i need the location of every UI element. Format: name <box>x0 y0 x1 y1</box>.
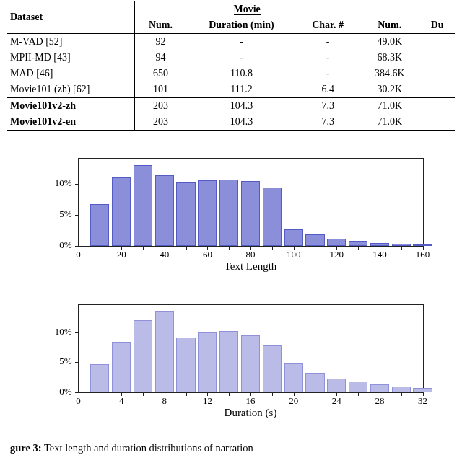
x-tick-label: 28 <box>375 395 384 407</box>
histogram-bar <box>263 345 282 392</box>
x-tick-label: 24 <box>332 395 341 407</box>
histogram-bar <box>134 320 152 392</box>
group-movie: Movie <box>135 1 359 17</box>
y-tick-label: 0% <box>35 386 72 397</box>
histogram-bar <box>327 239 346 246</box>
col-num: Num. <box>135 17 186 34</box>
histogram-bar <box>413 388 432 392</box>
x-tick-label: 32 <box>418 395 427 407</box>
histogram-bar <box>176 182 195 246</box>
x-tick-label: 4 <box>119 395 124 407</box>
histogram-bar <box>284 363 303 392</box>
x-tick-label: 12 <box>203 395 212 407</box>
x-tick-label: 8 <box>162 395 167 407</box>
col-char: Char. # <box>297 17 359 34</box>
col-num2: Num. <box>359 17 420 34</box>
histogram-bar <box>349 241 367 246</box>
dataset-table: Dataset Movie Num. Duration (min) Char. … <box>7 1 455 131</box>
histogram-bar <box>112 177 131 246</box>
x-tick-label: 80 <box>246 249 256 260</box>
x-tick-label: 100 <box>287 249 301 260</box>
histogram-bar <box>134 165 152 246</box>
text-length-histogram: 020406080100120140160 Text Length 0%5%10… <box>35 154 428 273</box>
histogram-bar <box>219 180 238 246</box>
histogram-bar <box>327 379 346 392</box>
x-tick-label: 120 <box>330 249 344 260</box>
histogram-bar <box>112 342 131 392</box>
plot-area: 048121620242832 <box>78 304 424 393</box>
histogram-bar <box>155 175 174 246</box>
y-tick-label: 5% <box>35 356 72 367</box>
histogram-bar <box>198 180 217 246</box>
histogram-bar <box>413 244 432 246</box>
x-tick-label: 60 <box>203 249 212 260</box>
histogram-bar <box>370 384 389 392</box>
histogram-bar <box>219 331 238 392</box>
y-tick-label: 0% <box>35 239 72 251</box>
y-tick-label: 10% <box>35 326 72 338</box>
histogram-bar <box>90 364 109 392</box>
histogram-bar <box>241 335 260 392</box>
histogram-bar <box>349 382 367 392</box>
x-tick-label: 160 <box>416 249 430 260</box>
table-row: MPII-MD [43] 94 - - 68.3K <box>7 50 455 66</box>
table-row: M-VAD [52] 92 - - 49.0K <box>7 34 455 50</box>
histogram-bar <box>392 387 411 392</box>
histogram-bar <box>241 181 260 246</box>
histogram-bar <box>90 204 109 246</box>
histogram-bar <box>392 244 411 246</box>
x-tick-label: 140 <box>372 249 387 260</box>
histogram-bar <box>305 373 324 392</box>
x-tick-label: 20 <box>289 395 298 407</box>
histogram-bar <box>155 311 174 392</box>
duration-histogram: 048121620242832 Duration (s) 0%5%10% <box>35 300 428 419</box>
histogram-bar <box>263 188 282 246</box>
x-tick-label: 16 <box>246 395 256 407</box>
col-du-cut: Du <box>419 17 455 34</box>
histogram-bar <box>305 234 324 246</box>
y-tick-label: 10% <box>35 177 72 189</box>
histogram-bar <box>370 243 389 246</box>
plot-area: 020406080100120140160 <box>78 158 424 247</box>
table-row: Movie101 (zh) [62] 101 111.2 6.4 30.2K <box>7 81 455 98</box>
x-axis-label: Text Length <box>78 260 424 273</box>
x-tick-label: 40 <box>160 249 169 260</box>
table-row: MAD [46] 650 110.8 - 384.6K <box>7 66 455 81</box>
histogram-bar <box>198 332 217 392</box>
x-tick-label: 0 <box>76 395 81 407</box>
table-row: Movie101v2-en 203 104.3 7.3 71.0K <box>7 114 455 131</box>
col-dataset: Dataset <box>7 1 135 34</box>
x-tick-label: 20 <box>117 249 126 260</box>
x-axis-label: Duration (s) <box>78 407 424 419</box>
x-tick-label: 0 <box>76 249 81 260</box>
table-row: Movie101v2-zh 203 104.3 7.3 71.0K <box>7 98 455 115</box>
col-duration: Duration (min) <box>186 17 297 34</box>
histogram-bar <box>176 338 195 392</box>
histogram-bar <box>284 229 303 246</box>
y-tick-label: 5% <box>35 208 72 220</box>
figure-caption: gure 3: Text length and duration distrib… <box>6 442 456 454</box>
